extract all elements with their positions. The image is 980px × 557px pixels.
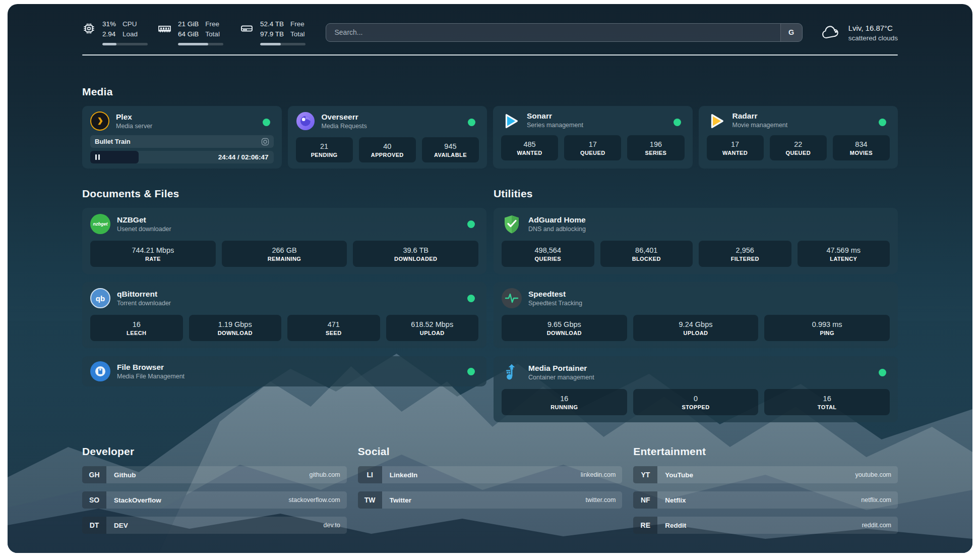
disk-free: 52.4 TB <box>260 19 284 29</box>
stat-value: 21 <box>320 142 328 150</box>
bookmark-linkedin[interactable]: LI LinkedIn linkedin.com <box>358 466 623 483</box>
stat-label: WANTED <box>722 150 748 156</box>
system-stats: 31% 2.94 CPU Load <box>82 19 304 45</box>
stat-tile: 196 SERIES <box>627 135 684 160</box>
top-bar: 31% 2.94 CPU Load <box>82 4 898 45</box>
plex-icon <box>90 112 109 131</box>
stat-value: 16 <box>133 320 141 328</box>
stat-tile: 266 GB REMAINING <box>222 241 347 267</box>
disk-icon <box>240 22 254 35</box>
stat-tile: 40 APPROVED <box>359 137 416 162</box>
bookmark-url: github.com <box>310 466 347 483</box>
stat-label: WANTED <box>517 150 542 156</box>
stat-tile: 0.993 ms PING <box>764 315 890 341</box>
bookmark-twitter[interactable]: TW Twitter twitter.com <box>358 491 623 509</box>
bookmark-netflix[interactable]: NF Netflix netflix.com <box>633 491 898 509</box>
bookmark-url: reddit.com <box>862 517 898 534</box>
app-subtitle: Usenet downloader <box>117 226 171 233</box>
bookmark-abbr: YT <box>633 466 657 483</box>
stat-label: DOWNLOADED <box>394 256 437 262</box>
player-progress-row: 24:44 / 02:06:47 <box>90 151 274 163</box>
column-utilities: Utilities <box>494 188 898 422</box>
stat-tile: 17 QUEUED <box>564 135 621 160</box>
stat-tile: 0 STOPPED <box>633 389 759 415</box>
bookmark-name: Twitter <box>382 491 586 509</box>
bookmark-url: youtube.com <box>855 466 898 483</box>
app-title: Sonarr <box>527 112 583 121</box>
app-card-sonarr[interactable]: Sonarr Series management 485 WANTED 17 Q… <box>493 106 693 169</box>
app-card-qbittorrent[interactable]: qb qBittorrent Torrent downloader 16 <box>82 282 486 348</box>
stat-value: 2,956 <box>736 246 754 254</box>
app-card-overseerr[interactable]: Overseerr Media Requests 21 PENDING 40 A… <box>288 106 487 169</box>
app-card-nzbget[interactable]: nzbget NZBGet Usenet downloader 744.21 M… <box>82 208 486 274</box>
app-subtitle: Media File Management <box>117 373 185 380</box>
search-bar: G <box>326 23 802 42</box>
bookmark-stackoverflow[interactable]: SO StackOverflow stackoverflow.com <box>82 491 347 509</box>
dashboard: 31% 2.94 CPU Load <box>8 4 972 553</box>
app-title: Radarr <box>732 112 788 121</box>
stat-label: QUEUED <box>786 150 811 156</box>
bookmark-reddit[interactable]: RE Reddit reddit.com <box>633 517 898 534</box>
section-heading-documents: Documents & Files <box>82 188 486 200</box>
app-title: qBittorrent <box>117 290 171 299</box>
cpu-values: 31% 2.94 <box>102 19 116 39</box>
stat-value: 16 <box>560 395 568 403</box>
stat-tile: 47.569 ms LATENCY <box>798 241 890 267</box>
app-card-radarr[interactable]: Radarr Movie management 17 WANTED 22 QUE… <box>699 106 898 169</box>
playback-time: 24:44 / 02:06:47 <box>218 153 269 161</box>
stat-label: UPLOAD <box>420 330 445 336</box>
stat-label: STOPPED <box>682 404 709 410</box>
stat-value: 1.19 Gbps <box>218 320 252 328</box>
pause-indicator <box>90 151 139 163</box>
app-card-filebrowser[interactable]: File Browser Media File Management <box>82 356 486 386</box>
now-playing-row: Bullet Train <box>90 135 274 148</box>
section-heading-social: Social <box>358 445 623 458</box>
cpu-usage: 31% <box>102 19 116 29</box>
app-card-portainer[interactable]: Media Portainer Container management 16 … <box>494 356 898 422</box>
stat-label: PENDING <box>311 152 338 158</box>
disk-values: 52.4 TB 97.9 TB <box>260 19 284 39</box>
pause-icon <box>95 154 97 160</box>
app-title: AdGuard Home <box>528 215 586 225</box>
bookmark-dev[interactable]: DT DEV dev.to <box>82 517 347 534</box>
stat-tile: 744.21 Mbps RATE <box>90 241 216 267</box>
memory-labels: Free Total <box>205 19 220 39</box>
adguard-icon <box>502 214 522 234</box>
bookmark-abbr: RE <box>633 517 657 534</box>
stat-value: 9.65 Gbps <box>547 320 581 328</box>
stat-tile: 22 QUEUED <box>770 135 827 160</box>
stat-label: RATE <box>145 256 161 262</box>
app-card-speedtest[interactable]: Speedtest Speedtest Tracking 9.65 Gbps D… <box>494 282 898 348</box>
stat-tile: 16 TOTAL <box>764 389 890 415</box>
app-card-plex[interactable]: Plex Media server Bullet Train <box>82 106 282 169</box>
memory-values: 21 GiB 64 GiB <box>178 19 199 39</box>
stat-value: 266 GB <box>272 246 296 254</box>
stat-label: UPLOAD <box>684 330 708 336</box>
stat-label: PING <box>820 330 834 336</box>
stat-label: MOVIES <box>850 150 873 156</box>
bookmark-youtube[interactable]: YT YouTube youtube.com <box>633 466 898 483</box>
app-subtitle: Media Requests <box>322 123 367 130</box>
stat-tile: 485 WANTED <box>501 135 558 160</box>
search-input[interactable] <box>326 24 780 41</box>
bookmark-name: Netflix <box>657 491 861 509</box>
stat-value: 744.21 Mbps <box>132 246 174 254</box>
stat-tile: 498,564 QUERIES <box>502 241 594 267</box>
app-card-adguard[interactable]: AdGuard Home DNS and adblocking 498,564 … <box>494 208 898 274</box>
stat-label: LATENCY <box>830 256 857 262</box>
bookmark-name: Reddit <box>657 517 862 534</box>
speedtest-icon <box>502 288 522 308</box>
bookmark-name: DEV <box>106 517 324 534</box>
stat-label: AVAILABLE <box>434 152 467 158</box>
stat-tile: 834 MOVIES <box>833 135 890 160</box>
stat-tile: 2,956 FILTERED <box>699 241 791 267</box>
bookmark-abbr: SO <box>82 491 106 509</box>
cpu-stat: 31% 2.94 CPU Load <box>82 19 138 45</box>
weather-widget: Lviv, 16.87°C scattered clouds <box>821 23 898 42</box>
bookmark-name: LinkedIn <box>382 466 581 483</box>
bookmark-github[interactable]: GH Github github.com <box>82 466 347 483</box>
bookmark-abbr: DT <box>82 517 106 534</box>
bookmark-name: StackOverflow <box>106 491 289 509</box>
search-provider-button[interactable]: G <box>780 24 802 41</box>
stat-label: REMAINING <box>268 256 301 262</box>
